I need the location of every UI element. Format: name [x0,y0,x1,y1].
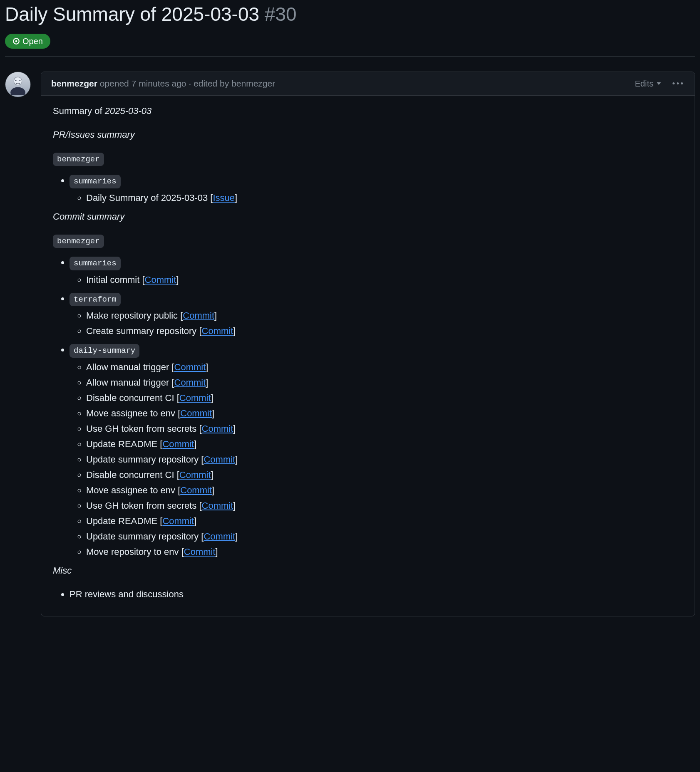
bracket-close: ] [233,326,236,336]
bracket-close: ] [233,423,236,434]
list-item: Move assignee to env [Commit] [86,483,683,497]
item-text: Update README [ [86,439,162,449]
item-text: Move assignee to env [ [86,408,180,418]
status-row: Open [5,34,695,57]
svg-point-3 [10,87,25,96]
list-item: Update summary repository [Commit] [86,530,683,543]
item-text: Disable concurrent CI [ [86,470,179,480]
item-text: Initial commit [ [86,275,145,285]
list-item: Update README [Commit] [86,437,683,451]
item-text: Use GH token from secrets [ [86,500,202,511]
list-item: summariesDaily Summary of 2025-03-03 [Is… [70,173,683,205]
list-item: Move assignee to env [Commit] [86,406,683,420]
repo-chip: summaries [70,257,121,270]
sub-list: Initial commit [Commit] [70,273,683,287]
comment-box: benmezger opened 7 minutes ago · edited … [41,72,695,616]
commit-groups-list: summariesInitial commit [Commit]terrafor… [53,255,683,559]
bracket-close: ] [233,500,236,511]
edits-button[interactable]: Edits [635,77,661,90]
user-chip: benmezger [53,153,104,166]
commit-link[interactable]: Commit [202,500,233,511]
list-item: terraformMake repository public [Commit]… [70,292,683,338]
issue-title: Daily Summary of 2025-03-03 #30 [5,0,297,29]
commit-link[interactable]: Commit [162,516,194,526]
item-text: Create summary repository [ [86,326,202,336]
commit-link[interactable]: Commit [204,531,235,542]
issue-state-open-badge: Open [5,34,50,49]
item-text: Use GH token from secrets [ [86,423,202,434]
chevron-down-icon [657,82,661,85]
comment-author[interactable]: benmezger [51,79,97,88]
svg-point-6 [20,80,20,81]
bracket-close: ] [214,310,217,321]
commit-link[interactable]: Commit [180,485,212,495]
edits-label: Edits [635,77,653,90]
bracket-close: ] [235,531,238,542]
summary-date: 2025-03-03 [105,106,152,116]
bracket-close: ] [216,547,218,557]
misc-list: PR reviews and discussions [53,587,683,601]
svg-point-5 [15,80,16,81]
avatar[interactable] [5,72,31,97]
commit-link[interactable]: Commit [184,547,216,557]
commit-link[interactable]: Commit [162,439,194,449]
commit-link[interactable]: Commit [179,470,211,480]
bracket-close: ] [206,362,208,372]
repo-chip: summaries [70,175,121,188]
commit-link[interactable]: Commit [180,408,212,418]
list-item: Allow manual trigger [Commit] [86,376,683,389]
pr-section-heading: PR/Issues summary [53,128,683,141]
bracket-close: ] [212,408,214,418]
list-item: Disable concurrent CI [Commit] [86,391,683,405]
commit-link[interactable]: Commit [202,423,233,434]
bracket-close: ] [206,377,208,388]
avatar-icon [7,74,29,95]
item-text: Disable concurrent CI [ [86,393,179,403]
item-text: Update README [ [86,516,162,526]
bracket-close: ] [235,193,237,203]
commit-link[interactable]: Commit [174,377,206,388]
item-text: Allow manual trigger [ [86,377,174,388]
bracket-close: ] [211,393,213,403]
issue-link[interactable]: Issue [213,193,235,203]
commit-link[interactable]: Commit [145,275,176,285]
item-text: Make repository public [ [86,310,183,321]
comment-body: Summary of 2025-03-03 PR/Issues summary … [41,96,695,616]
issue-title-text: Daily Summary of 2025-03-03 [5,3,259,25]
issue-state-label: Open [22,37,43,45]
comment-editor[interactable]: benmezger [231,79,275,88]
item-text: Daily Summary of 2025-03-03 [ [86,193,213,203]
summary-line: Summary of 2025-03-03 [53,104,683,118]
list-item: Use GH token from secrets [Commit] [86,422,683,435]
list-item: Allow manual trigger [Commit] [86,360,683,374]
issue-number: #30 [265,3,297,25]
comment-header-meta: benmezger opened 7 minutes ago · edited … [51,77,275,90]
commit-link[interactable]: Commit [202,326,233,336]
kebab-menu-button[interactable] [671,81,685,86]
list-item: Make repository public [Commit] [86,309,683,322]
commit-link[interactable]: Commit [204,454,235,465]
item-text: Update summary repository [ [86,531,204,542]
commit-link[interactable]: Commit [174,362,206,372]
list-item: summariesInitial commit [Commit] [70,255,683,287]
comment-header-actions: Edits [635,77,685,90]
comment-edited-prefix: edited by [194,79,231,88]
list-item: Daily Summary of 2025-03-03 [Issue] [86,191,683,205]
list-item: Use GH token from secrets [Commit] [86,499,683,512]
issue-open-icon [12,37,20,45]
user-chip: benmezger [53,235,104,248]
pr-groups-list: summariesDaily Summary of 2025-03-03 [Is… [53,173,683,205]
summary-prefix: Summary of [53,106,105,116]
list-item: Move repository to env [Commit] [86,545,683,559]
comment-header: benmezger opened 7 minutes ago · edited … [41,72,695,96]
list-item: Initial commit [Commit] [86,273,683,287]
list-item: daily-summaryAllow manual trigger [Commi… [70,343,683,559]
commit-link[interactable]: Commit [183,310,214,321]
bracket-close: ] [211,470,213,480]
svg-point-1 [15,40,17,42]
list-item: Disable concurrent CI [Commit] [86,468,683,482]
item-text: Update summary repository [ [86,454,204,465]
commit-link[interactable]: Commit [179,393,211,403]
list-item: Create summary repository [Commit] [86,324,683,338]
list-item: Update README [Commit] [86,514,683,528]
